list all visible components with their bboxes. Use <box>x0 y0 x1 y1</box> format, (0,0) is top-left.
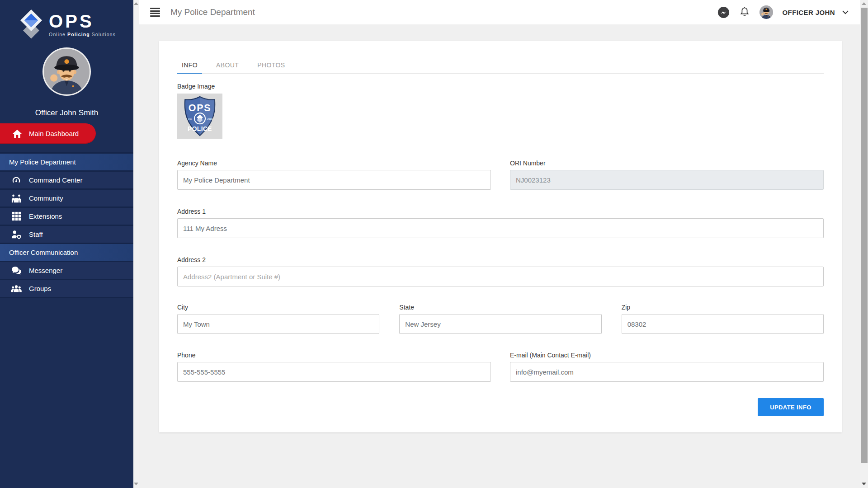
sidebar-item-staff[interactable]: Staff <box>0 226 133 244</box>
bell-icon[interactable] <box>739 6 750 18</box>
tab-info[interactable]: INFO <box>177 61 202 74</box>
city-label: City <box>177 304 379 311</box>
profile-tabs: INFO ABOUT PHOTOS <box>177 61 824 74</box>
agency-name-label: Agency Name <box>177 160 491 167</box>
sidebar-item-command-center[interactable]: Command Center <box>0 172 133 190</box>
svg-text:2018: 2018 <box>208 117 213 120</box>
city-input[interactable] <box>177 314 379 334</box>
scroll-up-arrow-icon[interactable] <box>862 2 866 5</box>
ori-number-label: ORI Number <box>510 160 824 167</box>
zip-label: Zip <box>622 304 824 311</box>
department-info-card: INFO ABOUT PHOTOS Badge Image OPS est. 2… <box>159 41 842 432</box>
logo-subtitle: Online Policing Solutions <box>49 32 116 37</box>
svg-text:est.: est. <box>188 117 192 120</box>
address1-label: Address 1 <box>177 208 824 215</box>
badge-image-label: Badge Image <box>177 83 824 90</box>
page-title: My Police Department <box>170 7 255 17</box>
home-icon <box>12 129 22 138</box>
logo-title: OPS <box>49 12 116 30</box>
state-label: State <box>399 304 601 311</box>
zip-input[interactable] <box>622 314 824 334</box>
sidebar-user-name: Officer John Smith <box>0 108 133 117</box>
grid-icon <box>11 211 22 221</box>
ops-diamond-logo-icon <box>18 7 45 42</box>
main-dashboard-button[interactable]: Main Dashboard <box>0 123 96 144</box>
people-group-icon <box>11 284 22 294</box>
state-input[interactable] <box>399 314 601 334</box>
address2-input[interactable] <box>177 267 824 286</box>
user-menu-label[interactable]: OFFICER JOHN <box>783 9 835 16</box>
sidebar-item-extensions[interactable]: Extensions <box>0 208 133 226</box>
scroll-up-arrow-icon[interactable] <box>134 2 138 5</box>
main-dashboard-label: Main Dashboard <box>29 130 79 137</box>
top-header: My Police Department OFFICER JOHN <box>139 0 860 24</box>
sidebar-item-groups[interactable]: Groups <box>0 280 133 298</box>
scroll-down-arrow-icon[interactable] <box>134 483 138 485</box>
sidebar-item-officer-communication[interactable]: Officer Communication <box>0 244 133 262</box>
messenger-icon[interactable] <box>717 6 730 19</box>
hamburger-menu-icon[interactable] <box>150 8 160 17</box>
app-root: OPS Online Policing Solutions Officer Jo… <box>0 0 868 488</box>
ori-number-input <box>510 170 824 190</box>
avatar[interactable] <box>760 5 773 19</box>
svg-text:OPS: OPS <box>189 103 212 113</box>
sidebar: OPS Online Policing Solutions Officer Jo… <box>0 0 133 488</box>
email-label: E-mail (Main Contact E-mail) <box>510 352 824 359</box>
avatar <box>42 47 91 96</box>
update-info-button[interactable]: UPDATE INFO <box>758 398 824 416</box>
person-shield-icon <box>11 230 22 239</box>
tab-photos[interactable]: PHOTOS <box>253 61 289 73</box>
badge-image[interactable]: OPS est. 2018 POLICE <box>177 94 222 139</box>
chevron-down-icon[interactable] <box>842 9 849 15</box>
address1-input[interactable] <box>177 218 824 238</box>
sidebar-scrollbar[interactable] <box>133 0 139 488</box>
ops-logo: OPS Online Policing Solutions <box>0 0 133 43</box>
scroll-down-arrow-icon[interactable] <box>862 483 866 485</box>
content-area: INFO ABOUT PHOTOS Badge Image OPS est. 2… <box>139 24 860 488</box>
police-shield-icon: OPS est. 2018 POLICE <box>180 95 219 137</box>
chat-bubbles-icon <box>11 266 22 276</box>
email-input[interactable] <box>510 362 824 382</box>
gauge-icon <box>11 175 22 185</box>
phone-input[interactable] <box>177 362 491 382</box>
page-scrollbar[interactable] <box>860 0 868 488</box>
main-area: My Police Department OFFICER JOHN <box>139 0 860 488</box>
scrollbar-thumb[interactable] <box>861 8 868 463</box>
agency-name-input[interactable] <box>177 170 491 190</box>
sidebar-item-messenger[interactable]: Messenger <box>0 262 133 280</box>
phone-label: Phone <box>177 352 491 359</box>
community-icon <box>11 193 22 203</box>
sidebar-item-community[interactable]: Community <box>0 190 133 208</box>
sidebar-nav: My Police Department Command Center Comm… <box>0 152 133 298</box>
sidebar-item-my-police-department[interactable]: My Police Department <box>0 154 133 172</box>
svg-text:POLICE: POLICE <box>188 126 212 132</box>
address2-label: Address 2 <box>177 256 824 263</box>
tab-about[interactable]: ABOUT <box>212 61 243 73</box>
